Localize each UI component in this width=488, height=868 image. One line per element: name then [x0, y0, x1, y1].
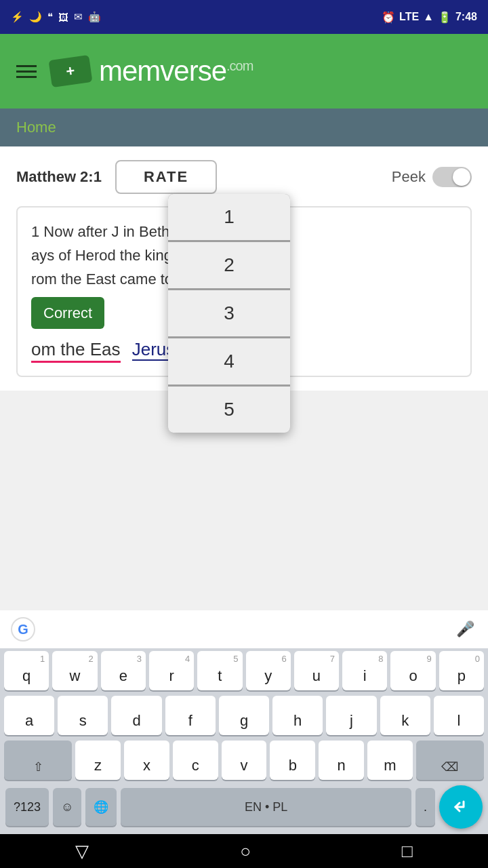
- key-m[interactable]: m: [367, 741, 413, 780]
- key-s[interactable]: s: [58, 696, 108, 735]
- kb-row-2: a s d f g h j k l: [0, 693, 488, 738]
- rate-option-4[interactable]: 4: [168, 338, 290, 387]
- backspace-key[interactable]: ⌫: [416, 741, 484, 780]
- key-r[interactable]: 4r: [149, 651, 194, 690]
- signal-icon: ▲: [423, 11, 434, 23]
- key-h[interactable]: h: [272, 696, 323, 735]
- nav-bar: Home: [0, 108, 488, 146]
- key-c[interactable]: c: [173, 741, 218, 780]
- kb-row-1: 1q 2w 3e 4r 5t 6y 7u 8i 9o 0p: [0, 648, 488, 693]
- emoji-key[interactable]: ☺: [53, 788, 81, 826]
- key-n[interactable]: n: [319, 741, 364, 780]
- number-key[interactable]: ?123: [5, 788, 49, 826]
- quote-icon: ❝: [47, 11, 53, 23]
- key-k[interactable]: k: [380, 696, 430, 735]
- rate-button[interactable]: RATE: [115, 160, 217, 194]
- home-nav-icon[interactable]: ○: [240, 841, 251, 862]
- moon-icon: 🌙: [29, 11, 42, 23]
- time-display: 7:48: [455, 11, 477, 23]
- verse-reference: Matthew 2:1: [16, 168, 102, 186]
- app-header: memverse.com: [0, 34, 488, 108]
- logo-icon: [49, 55, 93, 87]
- battery-icon: 🔋: [438, 11, 451, 24]
- answer-prefix: om the Eas: [31, 339, 121, 363]
- android-icon: 🤖: [88, 11, 101, 23]
- keyboard-search-bar: G 🎤: [0, 610, 488, 648]
- period-key[interactable]: .: [415, 788, 435, 826]
- mic-icon[interactable]: 🎤: [453, 617, 477, 642]
- status-bar: ⚡ 🌙 ❝ 🖼 ✉ 🤖 ⏰ LTE ▲ 🔋 7:48: [0, 0, 488, 34]
- notification-icon: ⚡: [11, 11, 24, 23]
- key-l[interactable]: l: [434, 696, 484, 735]
- peek-toggle[interactable]: [432, 167, 472, 187]
- peek-area: Peek: [392, 167, 472, 187]
- key-e[interactable]: 3e: [101, 651, 146, 690]
- mail-icon: ✉: [74, 11, 83, 23]
- key-g[interactable]: g: [219, 696, 269, 735]
- rate-option-2[interactable]: 2: [168, 242, 290, 290]
- key-j[interactable]: j: [326, 696, 376, 735]
- keyboard: G 🎤 1q 2w 3e 4r 5t 6y 7u 8i 9o 0p a s d …: [0, 610, 488, 834]
- key-z[interactable]: z: [75, 741, 121, 780]
- home-link[interactable]: Home: [16, 119, 56, 136]
- rate-option-1[interactable]: 1: [168, 194, 290, 242]
- space-key[interactable]: EN • PL: [121, 788, 411, 826]
- recents-nav-icon[interactable]: □: [402, 841, 413, 862]
- key-w[interactable]: 2w: [52, 651, 97, 690]
- key-o[interactable]: 9o: [390, 651, 435, 690]
- back-nav-icon[interactable]: ▽: [75, 841, 89, 862]
- key-y[interactable]: 6y: [246, 651, 291, 690]
- alarm-icon: ⏰: [382, 11, 395, 24]
- control-bar: Matthew 2:1 RATE Peek: [16, 160, 472, 194]
- image-icon: 🖼: [58, 12, 68, 23]
- key-i[interactable]: 8i: [342, 651, 387, 690]
- kb-bottom-row: ?123 ☺ 🌐 EN • PL .: [0, 783, 488, 834]
- peek-label: Peek: [392, 168, 426, 186]
- key-v[interactable]: v: [222, 741, 267, 780]
- key-p[interactable]: 0p: [439, 651, 484, 690]
- logo-name: memverse: [99, 55, 226, 87]
- bottom-nav: ▽ ○ □: [0, 834, 488, 868]
- hamburger-menu[interactable]: [16, 65, 37, 78]
- rate-option-3[interactable]: 3: [168, 290, 290, 338]
- content-area: Matthew 2:1 RATE Peek 1 Now after J in B…: [0, 146, 488, 391]
- key-x[interactable]: x: [124, 741, 169, 780]
- key-q[interactable]: 1q: [4, 651, 49, 690]
- key-f[interactable]: f: [165, 696, 216, 735]
- logo-com: .com: [226, 58, 253, 73]
- status-left: ⚡ 🌙 ❝ 🖼 ✉ 🤖: [11, 11, 101, 23]
- key-d[interactable]: d: [111, 696, 161, 735]
- kb-row-3: ⇧ z x c v b n m ⌫: [0, 738, 488, 783]
- rate-option-5[interactable]: 5: [168, 387, 290, 433]
- shift-key[interactable]: ⇧: [4, 741, 72, 780]
- google-g-icon: G: [11, 617, 35, 642]
- logo-text: memverse.com: [99, 55, 253, 87]
- status-right: ⏰ LTE ▲ 🔋 7:48: [382, 11, 477, 24]
- toggle-knob: [453, 168, 470, 186]
- logo-area: memverse.com: [50, 55, 253, 87]
- lte-label: LTE: [399, 11, 419, 23]
- key-b[interactable]: b: [270, 741, 315, 780]
- key-a[interactable]: a: [4, 696, 54, 735]
- key-t[interactable]: 5t: [197, 651, 242, 690]
- key-u[interactable]: 7u: [294, 651, 339, 690]
- correct-button[interactable]: Correct: [31, 297, 104, 329]
- globe-key[interactable]: 🌐: [85, 788, 117, 826]
- rate-dropdown: 1 2 3 4 5: [168, 194, 290, 433]
- enter-key[interactable]: [439, 785, 483, 829]
